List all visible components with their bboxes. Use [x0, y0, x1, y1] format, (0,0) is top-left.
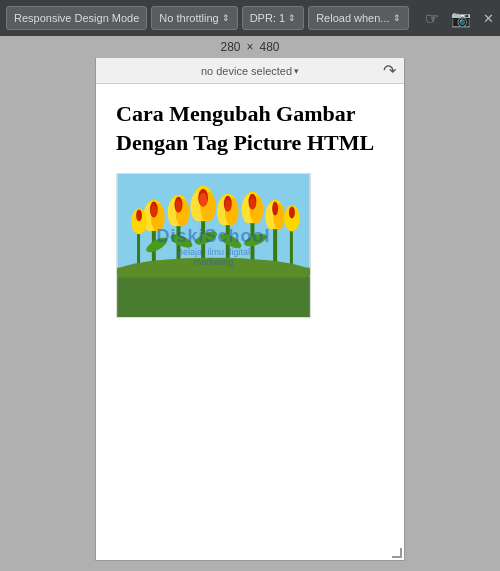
reload-when-label: Reload when... [316, 12, 389, 24]
rotate-icon[interactable]: ↷ [383, 61, 396, 80]
reload-when-button[interactable]: Reload when... ⇕ [308, 6, 408, 30]
camera-icon: 📷 [451, 9, 471, 28]
touch-icon: ☞ [425, 9, 439, 28]
responsive-design-mode-button[interactable]: Responsive Design Mode [6, 6, 147, 30]
svg-rect-49 [117, 278, 309, 317]
height-value: 480 [260, 40, 280, 54]
svg-point-47 [289, 207, 295, 219]
svg-point-39 [249, 198, 255, 210]
svg-point-19 [151, 206, 157, 218]
device-dropdown-arrow: ▾ [294, 66, 299, 76]
close-icon-button[interactable]: ✕ [479, 9, 498, 28]
resize-handle[interactable] [392, 548, 404, 560]
device-frame: no device selected ▾ ↷ Cara Mengubah Gam… [95, 58, 405, 561]
svg-point-24 [176, 201, 182, 213]
touch-icon-button[interactable]: ☞ [421, 7, 443, 30]
width-value: 280 [220, 40, 240, 54]
camera-icon-button[interactable]: 📷 [447, 7, 475, 30]
throttling-button[interactable]: No throttling ⇕ [151, 6, 237, 30]
throttling-arrow: ⇕ [222, 13, 230, 23]
svg-point-45 [136, 210, 142, 222]
dpr-label: DPR: 1 [250, 12, 285, 24]
svg-point-34 [225, 200, 231, 212]
responsive-design-label: Responsive Design Mode [14, 12, 139, 24]
device-select-label: no device selected [201, 65, 292, 77]
main-area: no device selected ▾ ↷ Cara Mengubah Gam… [0, 58, 500, 571]
dpr-arrow: ⇕ [288, 13, 296, 23]
dimensions-bar: 280 × 480 [0, 36, 500, 58]
device-top-bar: no device selected ▾ ↷ [96, 58, 404, 84]
svg-point-29 [199, 193, 207, 207]
throttling-label: No throttling [159, 12, 218, 24]
device-content: Cara Mengubah Gambar Dengan Tag Picture … [96, 84, 404, 560]
flower-image: DiskiSchool Belajar ilmu digital marketi… [116, 173, 311, 318]
dimensions-separator: × [246, 40, 253, 54]
toolbar: Responsive Design Mode No throttling ⇕ D… [0, 0, 500, 36]
tulip-svg [117, 174, 310, 317]
svg-point-43 [272, 202, 278, 216]
close-icon: ✕ [483, 11, 494, 26]
dpr-button[interactable]: DPR: 1 ⇕ [242, 6, 304, 30]
article-title: Cara Mengubah Gambar Dengan Tag Picture … [116, 100, 384, 157]
reload-when-arrow: ⇕ [393, 13, 401, 23]
